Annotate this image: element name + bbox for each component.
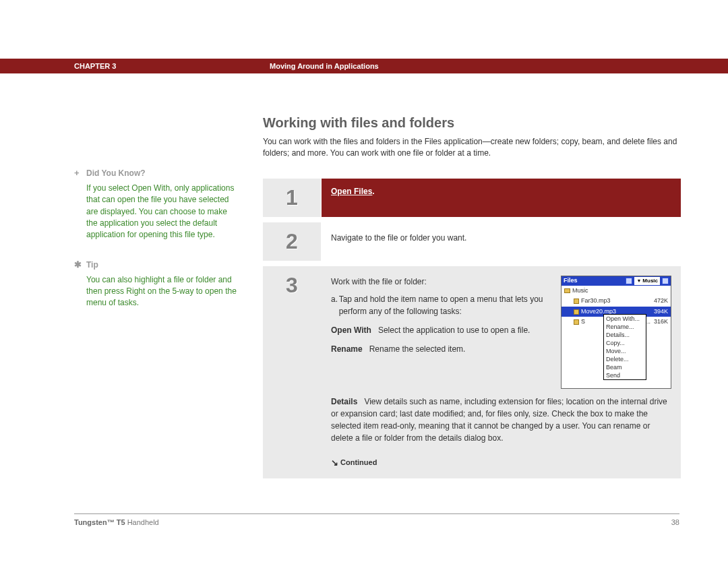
- step-3: 3 Work with the file or folder: a. Tap a…: [263, 266, 681, 479]
- step-number: 1: [263, 185, 321, 210]
- details-definition: Details View details such as name, inclu…: [331, 396, 671, 444]
- did-you-know-body: If you select Open With, only applicatio…: [74, 183, 239, 241]
- main-content: Working with files and folders You can w…: [263, 73, 681, 484]
- step-1: 1 Open Files.: [263, 179, 681, 217]
- device-screenshot: Files ▼Music Music Far30.: [561, 276, 671, 389]
- intro-text: You can work with the files and folders …: [263, 136, 681, 160]
- did-you-know-heading: + Did You Know?: [74, 167, 239, 180]
- continued-indicator: ↘ Continued: [331, 456, 671, 470]
- menu-item-details[interactable]: Details...: [604, 331, 646, 339]
- step-3-body: Work with the file or folder: a. Tap and…: [322, 266, 681, 479]
- continued-arrow-icon: ↘: [331, 456, 340, 470]
- step-2: 2 Navigate to the file or folder you wan…: [263, 222, 681, 261]
- chapter-label: CHAPTER 3: [74, 62, 270, 70]
- device-titlebar: Files ▼Music: [562, 276, 671, 286]
- menu-item-delete[interactable]: Delete...: [604, 355, 646, 363]
- device-folder-row[interactable]: Music: [562, 286, 671, 296]
- menu-item-beam[interactable]: Beam: [604, 363, 646, 371]
- device-file-row[interactable]: Far30.mp3 472K: [562, 296, 671, 307]
- category-dropdown[interactable]: ▼Music: [634, 277, 660, 285]
- step-3-intro: Work with the file or folder:: [331, 276, 551, 288]
- home-icon[interactable]: [662, 278, 669, 284]
- menu-item-copy[interactable]: Copy...: [604, 339, 646, 347]
- music-file-icon: [574, 299, 579, 304]
- step-2-body: Navigate to the file or folder you want.: [322, 222, 681, 261]
- plus-icon: +: [74, 167, 86, 180]
- menu-item-rename[interactable]: Rename...: [604, 323, 646, 331]
- step-3a: a. Tap and hold the item name to open a …: [331, 293, 551, 317]
- step-number: 3: [263, 273, 321, 298]
- step-1-body: Open Files.: [322, 179, 681, 217]
- tip-body: You can also highlight a file or folder …: [74, 274, 239, 309]
- page-footer: Tungsten™ T5 Handheld 38: [74, 513, 679, 526]
- music-file-icon: [574, 319, 579, 325]
- product-name: Tungsten™ T5 Handheld: [74, 518, 159, 526]
- step-number: 2: [263, 229, 321, 254]
- asterisk-icon: ✱: [74, 259, 86, 272]
- header-bar: CHAPTER 3 Moving Around in Applications: [0, 59, 728, 73]
- menu-item-open-with[interactable]: Open With...: [604, 315, 646, 323]
- tip-heading: ✱ Tip: [74, 259, 239, 272]
- open-with-definition: Open With Select the application to use …: [331, 324, 551, 336]
- section-title: Working with files and folders: [263, 115, 681, 131]
- sidebar: + Did You Know? If you select Open With,…: [74, 73, 263, 484]
- rename-definition: Rename Rename the selected item.: [331, 343, 551, 355]
- card-icon: [626, 278, 632, 284]
- menu-item-move[interactable]: Move...: [604, 347, 646, 355]
- music-file-icon: [574, 309, 579, 315]
- page-number: 38: [671, 518, 679, 526]
- menu-item-send[interactable]: Send: [604, 371, 646, 379]
- folder-icon: [564, 288, 570, 293]
- context-menu[interactable]: Open With... Rename... Details... Copy..…: [603, 314, 646, 380]
- header-title: Moving Around in Applications: [270, 62, 379, 70]
